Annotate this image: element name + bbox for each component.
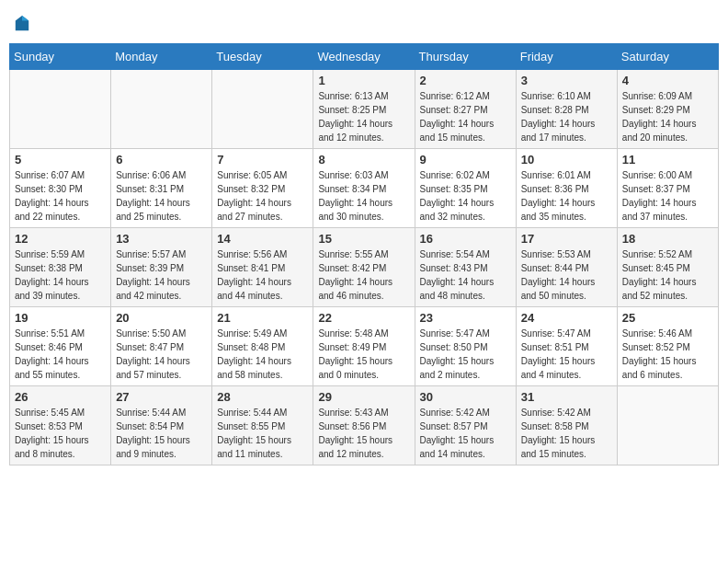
day-number: 23 [420,311,511,325]
day-info: Sunrise: 6:12 AMSunset: 8:27 PMDaylight:… [420,89,511,144]
day-info: Sunrise: 5:45 AMSunset: 8:53 PMDaylight:… [15,406,106,461]
day-info: Sunrise: 5:42 AMSunset: 8:58 PMDaylight:… [521,406,612,461]
day-number: 27 [116,390,207,404]
calendar-day-cell: 11Sunrise: 6:00 AMSunset: 8:37 PMDayligh… [617,149,718,228]
day-of-week-header: Saturday [617,44,718,70]
calendar-day-cell: 3Sunrise: 6:10 AMSunset: 8:28 PMDaylight… [516,70,617,149]
day-number: 9 [420,153,511,167]
calendar-day-cell: 17Sunrise: 5:53 AMSunset: 8:44 PMDayligh… [516,228,617,307]
day-info: Sunrise: 6:10 AMSunset: 8:28 PMDaylight:… [521,89,612,144]
calendar-day-cell: 23Sunrise: 5:47 AMSunset: 8:50 PMDayligh… [415,307,516,386]
calendar-day-cell: 30Sunrise: 5:42 AMSunset: 8:57 PMDayligh… [415,386,516,465]
day-number: 30 [420,390,511,404]
calendar-day-cell: 18Sunrise: 5:52 AMSunset: 8:45 PMDayligh… [617,228,718,307]
day-info: Sunrise: 6:05 AMSunset: 8:32 PMDaylight:… [217,168,308,224]
day-info: Sunrise: 5:44 AMSunset: 8:55 PMDaylight:… [217,406,308,461]
day-number: 6 [116,153,207,167]
day-number: 15 [318,232,409,246]
day-number: 5 [15,153,106,167]
calendar-day-cell: 15Sunrise: 5:55 AMSunset: 8:42 PMDayligh… [313,228,415,307]
calendar-day-cell [617,386,718,465]
day-number: 28 [217,390,308,404]
day-info: Sunrise: 5:48 AMSunset: 8:49 PMDaylight:… [318,327,409,382]
calendar-day-cell: 27Sunrise: 5:44 AMSunset: 8:54 PMDayligh… [111,386,212,465]
day-info: Sunrise: 6:01 AMSunset: 8:36 PMDaylight:… [521,168,612,224]
day-of-week-header: Wednesday [313,44,415,70]
calendar-day-cell: 31Sunrise: 5:42 AMSunset: 8:58 PMDayligh… [516,386,617,465]
day-number: 13 [116,232,207,246]
calendar-day-cell: 19Sunrise: 5:51 AMSunset: 8:46 PMDayligh… [10,307,111,386]
day-info: Sunrise: 5:55 AMSunset: 8:42 PMDaylight:… [318,247,409,303]
day-number: 31 [521,390,612,404]
day-number: 8 [318,153,409,167]
day-number: 10 [521,153,612,167]
calendar-day-cell: 13Sunrise: 5:57 AMSunset: 8:39 PMDayligh… [111,228,212,307]
calendar-day-cell: 21Sunrise: 5:49 AMSunset: 8:48 PMDayligh… [212,307,313,386]
calendar-day-cell [10,70,111,149]
calendar-day-cell: 1Sunrise: 6:13 AMSunset: 8:25 PMDaylight… [313,70,415,149]
calendar-day-cell: 20Sunrise: 5:50 AMSunset: 8:47 PMDayligh… [111,307,212,386]
day-info: Sunrise: 5:51 AMSunset: 8:46 PMDaylight:… [15,327,106,382]
calendar-day-cell: 12Sunrise: 5:59 AMSunset: 8:38 PMDayligh… [10,228,111,307]
day-of-week-header: Sunday [10,44,111,70]
day-info: Sunrise: 6:03 AMSunset: 8:34 PMDaylight:… [318,168,409,224]
calendar-day-cell: 7Sunrise: 6:05 AMSunset: 8:32 PMDaylight… [212,149,313,228]
day-of-week-header: Thursday [415,44,516,70]
day-number: 12 [15,232,106,246]
calendar-week-row: 12Sunrise: 5:59 AMSunset: 8:38 PMDayligh… [10,228,719,307]
general-blue-icon [14,14,30,34]
day-of-week-header: Tuesday [212,44,313,70]
day-number: 21 [217,311,308,325]
calendar-table: SundayMondayTuesdayWednesdayThursdayFrid… [9,43,719,465]
calendar-day-cell: 24Sunrise: 5:47 AMSunset: 8:51 PMDayligh… [516,307,617,386]
calendar-day-cell: 26Sunrise: 5:45 AMSunset: 8:53 PMDayligh… [10,386,111,465]
day-info: Sunrise: 6:00 AMSunset: 8:37 PMDaylight:… [622,168,713,224]
day-info: Sunrise: 6:02 AMSunset: 8:35 PMDaylight:… [420,168,511,224]
day-info: Sunrise: 5:46 AMSunset: 8:52 PMDaylight:… [622,327,713,382]
calendar-day-cell: 14Sunrise: 5:56 AMSunset: 8:41 PMDayligh… [212,228,313,307]
day-number: 7 [217,153,308,167]
day-info: Sunrise: 5:43 AMSunset: 8:56 PMDaylight:… [318,406,409,461]
calendar-day-cell: 29Sunrise: 5:43 AMSunset: 8:56 PMDayligh… [313,386,415,465]
calendar-day-cell: 25Sunrise: 5:46 AMSunset: 8:52 PMDayligh… [617,307,718,386]
calendar-day-cell: 5Sunrise: 6:07 AMSunset: 8:30 PMDaylight… [10,149,111,228]
calendar-day-cell: 2Sunrise: 6:12 AMSunset: 8:27 PMDaylight… [415,70,516,149]
day-info: Sunrise: 5:53 AMSunset: 8:44 PMDaylight:… [521,247,612,303]
day-of-week-header: Monday [111,44,212,70]
day-number: 17 [521,232,612,246]
calendar-day-cell [212,70,313,149]
day-number: 14 [217,232,308,246]
svg-marker-1 [22,16,28,20]
day-info: Sunrise: 5:56 AMSunset: 8:41 PMDaylight:… [217,247,308,303]
calendar-day-cell: 28Sunrise: 5:44 AMSunset: 8:55 PMDayligh… [212,386,313,465]
calendar-header-row: SundayMondayTuesdayWednesdayThursdayFrid… [10,44,719,70]
calendar-week-row: 26Sunrise: 5:45 AMSunset: 8:53 PMDayligh… [10,386,719,465]
day-number: 24 [521,311,612,325]
day-info: Sunrise: 5:59 AMSunset: 8:38 PMDaylight:… [15,247,106,303]
day-number: 3 [521,74,612,87]
calendar-week-row: 19Sunrise: 5:51 AMSunset: 8:46 PMDayligh… [10,307,719,386]
day-info: Sunrise: 5:47 AMSunset: 8:51 PMDaylight:… [521,327,612,382]
calendar-day-cell: 6Sunrise: 6:06 AMSunset: 8:31 PMDaylight… [111,149,212,228]
day-info: Sunrise: 5:57 AMSunset: 8:39 PMDaylight:… [116,247,207,303]
calendar-week-row: 1Sunrise: 6:13 AMSunset: 8:25 PMDaylight… [10,70,719,149]
day-info: Sunrise: 6:13 AMSunset: 8:25 PMDaylight:… [318,89,409,144]
day-info: Sunrise: 6:09 AMSunset: 8:29 PMDaylight:… [622,89,713,144]
day-number: 11 [622,153,713,167]
calendar-day-cell: 8Sunrise: 6:03 AMSunset: 8:34 PMDaylight… [313,149,415,228]
day-number: 1 [318,74,409,87]
calendar-day-cell: 22Sunrise: 5:48 AMSunset: 8:49 PMDayligh… [313,307,415,386]
day-info: Sunrise: 5:54 AMSunset: 8:43 PMDaylight:… [420,247,511,303]
day-number: 4 [622,74,713,87]
day-number: 29 [318,390,409,404]
calendar-day-cell: 9Sunrise: 6:02 AMSunset: 8:35 PMDaylight… [415,149,516,228]
calendar-day-cell [111,70,212,149]
calendar-day-cell: 10Sunrise: 6:01 AMSunset: 8:36 PMDayligh… [516,149,617,228]
logo [14,14,34,34]
day-info: Sunrise: 5:47 AMSunset: 8:50 PMDaylight:… [420,327,511,382]
day-number: 25 [622,311,713,325]
day-info: Sunrise: 5:42 AMSunset: 8:57 PMDaylight:… [420,406,511,461]
day-info: Sunrise: 5:44 AMSunset: 8:54 PMDaylight:… [116,406,207,461]
day-number: 18 [622,232,713,246]
day-number: 20 [116,311,207,325]
